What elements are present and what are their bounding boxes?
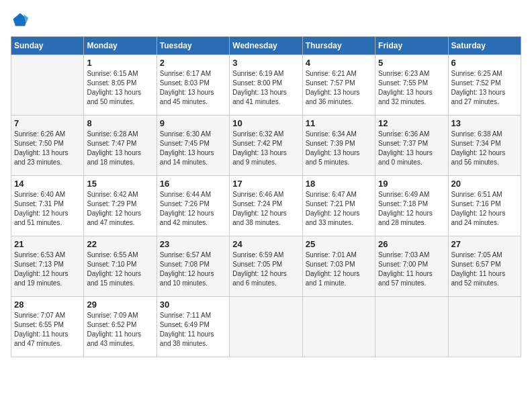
day-header-friday: Friday <box>375 37 448 55</box>
calendar-cell: 19Sunrise: 6:49 AMSunset: 7:18 PMDayligh… <box>375 176 448 236</box>
day-number: 10 <box>232 118 299 128</box>
day-info: Sunrise: 6:23 AMSunset: 7:55 PMDaylight:… <box>378 69 445 107</box>
day-number: 24 <box>232 239 299 249</box>
day-number: 29 <box>87 300 153 310</box>
calendar-cell: 22Sunrise: 6:55 AMSunset: 7:10 PMDayligh… <box>84 236 157 297</box>
day-info: Sunrise: 6:21 AMSunset: 7:57 PMDaylight:… <box>306 69 372 107</box>
days-header-row: SundayMondayTuesdayWednesdayThursdayFrid… <box>11 37 521 55</box>
day-info: Sunrise: 6:46 AMSunset: 7:24 PMDaylight:… <box>232 190 299 228</box>
day-number: 23 <box>160 239 226 249</box>
calendar-cell: 25Sunrise: 7:01 AMSunset: 7:03 PMDayligh… <box>302 236 375 297</box>
calendar-cell: 27Sunrise: 7:05 AMSunset: 6:57 PMDayligh… <box>448 236 521 297</box>
day-number: 20 <box>451 179 518 189</box>
calendar-cell <box>448 297 521 357</box>
day-info: Sunrise: 6:55 AMSunset: 7:10 PMDaylight:… <box>87 250 153 288</box>
day-number: 18 <box>306 179 372 189</box>
day-number: 11 <box>306 118 372 128</box>
calendar-week-row: 21Sunrise: 6:53 AMSunset: 7:13 PMDayligh… <box>11 236 521 297</box>
day-number: 30 <box>160 300 226 310</box>
day-info: Sunrise: 6:49 AMSunset: 7:18 PMDaylight:… <box>378 190 445 228</box>
calendar-cell: 21Sunrise: 6:53 AMSunset: 7:13 PMDayligh… <box>11 236 84 297</box>
calendar-cell: 9Sunrise: 6:30 AMSunset: 7:45 PMDaylight… <box>157 116 229 176</box>
calendar-cell: 16Sunrise: 6:44 AMSunset: 7:26 PMDayligh… <box>157 176 229 236</box>
day-info: Sunrise: 6:59 AMSunset: 7:05 PMDaylight:… <box>232 250 299 288</box>
day-info: Sunrise: 7:09 AMSunset: 6:52 PMDaylight:… <box>87 311 153 349</box>
day-info: Sunrise: 6:36 AMSunset: 7:37 PMDaylight:… <box>378 130 445 167</box>
calendar-cell: 15Sunrise: 6:42 AMSunset: 7:29 PMDayligh… <box>84 176 157 236</box>
calendar-cell <box>375 297 448 357</box>
day-info: Sunrise: 6:42 AMSunset: 7:29 PMDaylight:… <box>87 190 153 228</box>
day-info: Sunrise: 6:30 AMSunset: 7:45 PMDaylight:… <box>160 130 226 167</box>
day-number: 4 <box>306 58 372 68</box>
calendar-cell: 26Sunrise: 7:03 AMSunset: 7:00 PMDayligh… <box>375 236 448 297</box>
day-number: 27 <box>451 239 518 249</box>
calendar-cell <box>302 297 375 357</box>
day-number: 5 <box>378 58 445 68</box>
day-info: Sunrise: 6:38 AMSunset: 7:34 PMDaylight:… <box>451 130 518 167</box>
day-number: 21 <box>14 239 81 249</box>
calendar-cell: 2Sunrise: 6:17 AMSunset: 8:03 PMDaylight… <box>157 55 229 116</box>
day-number: 2 <box>160 58 226 68</box>
calendar-cell: 24Sunrise: 6:59 AMSunset: 7:05 PMDayligh… <box>230 236 302 297</box>
day-info: Sunrise: 6:47 AMSunset: 7:21 PMDaylight:… <box>306 190 372 228</box>
calendar-cell: 6Sunrise: 6:25 AMSunset: 7:52 PMDaylight… <box>448 55 521 116</box>
calendar-cell: 3Sunrise: 6:19 AMSunset: 8:00 PMDaylight… <box>230 55 302 116</box>
calendar-cell <box>230 297 302 357</box>
calendar-cell: 30Sunrise: 7:11 AMSunset: 6:49 PMDayligh… <box>157 297 229 357</box>
day-number: 8 <box>87 118 153 128</box>
day-number: 14 <box>14 179 81 189</box>
day-number: 19 <box>378 179 445 189</box>
day-info: Sunrise: 6:53 AMSunset: 7:13 PMDaylight:… <box>14 250 81 288</box>
calendar-cell: 23Sunrise: 6:57 AMSunset: 7:08 PMDayligh… <box>157 236 229 297</box>
day-number: 3 <box>232 58 299 68</box>
day-number: 6 <box>451 58 518 68</box>
calendar-cell <box>11 55 84 116</box>
calendar-cell: 11Sunrise: 6:34 AMSunset: 7:39 PMDayligh… <box>302 116 375 176</box>
day-number: 12 <box>378 118 445 128</box>
calendar-cell: 1Sunrise: 6:15 AMSunset: 8:05 PMDaylight… <box>84 55 157 116</box>
day-info: Sunrise: 7:07 AMSunset: 6:55 PMDaylight:… <box>14 311 81 349</box>
calendar-cell: 8Sunrise: 6:28 AMSunset: 7:47 PMDaylight… <box>84 116 157 176</box>
day-number: 25 <box>306 239 372 249</box>
calendar-cell: 17Sunrise: 6:46 AMSunset: 7:24 PMDayligh… <box>230 176 302 236</box>
day-info: Sunrise: 6:19 AMSunset: 8:00 PMDaylight:… <box>232 69 299 107</box>
day-info: Sunrise: 6:40 AMSunset: 7:31 PMDaylight:… <box>14 190 81 228</box>
day-number: 28 <box>14 300 81 310</box>
calendar-cell: 18Sunrise: 6:47 AMSunset: 7:21 PMDayligh… <box>302 176 375 236</box>
logo <box>11 11 32 30</box>
calendar-week-row: 14Sunrise: 6:40 AMSunset: 7:31 PMDayligh… <box>11 176 521 236</box>
day-info: Sunrise: 6:51 AMSunset: 7:16 PMDaylight:… <box>451 190 518 228</box>
day-number: 17 <box>232 179 299 189</box>
day-number: 9 <box>160 118 226 128</box>
day-info: Sunrise: 6:15 AMSunset: 8:05 PMDaylight:… <box>87 69 153 107</box>
day-header-sunday: Sunday <box>11 37 84 55</box>
day-header-wednesday: Wednesday <box>230 37 302 55</box>
day-info: Sunrise: 7:11 AMSunset: 6:49 PMDaylight:… <box>160 311 226 349</box>
calendar-cell: 10Sunrise: 6:32 AMSunset: 7:42 PMDayligh… <box>230 116 302 176</box>
day-header-tuesday: Tuesday <box>157 37 229 55</box>
day-number: 16 <box>160 179 226 189</box>
header <box>11 11 521 30</box>
day-number: 26 <box>378 239 445 249</box>
calendar-cell: 20Sunrise: 6:51 AMSunset: 7:16 PMDayligh… <box>448 176 521 236</box>
day-info: Sunrise: 6:57 AMSunset: 7:08 PMDaylight:… <box>160 250 226 288</box>
calendar-cell: 7Sunrise: 6:26 AMSunset: 7:50 PMDaylight… <box>11 116 84 176</box>
calendar-week-row: 1Sunrise: 6:15 AMSunset: 8:05 PMDaylight… <box>11 55 521 116</box>
calendar-week-row: 7Sunrise: 6:26 AMSunset: 7:50 PMDaylight… <box>11 116 521 176</box>
calendar-cell: 28Sunrise: 7:07 AMSunset: 6:55 PMDayligh… <box>11 297 84 357</box>
day-info: Sunrise: 6:17 AMSunset: 8:03 PMDaylight:… <box>160 69 226 107</box>
calendar-cell: 14Sunrise: 6:40 AMSunset: 7:31 PMDayligh… <box>11 176 84 236</box>
calendar-cell: 29Sunrise: 7:09 AMSunset: 6:52 PMDayligh… <box>84 297 157 357</box>
day-info: Sunrise: 6:26 AMSunset: 7:50 PMDaylight:… <box>14 130 81 167</box>
logo-icon <box>11 11 30 30</box>
calendar-table: SundayMondayTuesdayWednesdayThursdayFrid… <box>11 36 521 357</box>
calendar-week-row: 28Sunrise: 7:07 AMSunset: 6:55 PMDayligh… <box>11 297 521 357</box>
day-info: Sunrise: 7:01 AMSunset: 7:03 PMDaylight:… <box>306 250 372 288</box>
calendar-cell: 12Sunrise: 6:36 AMSunset: 7:37 PMDayligh… <box>375 116 448 176</box>
day-info: Sunrise: 6:34 AMSunset: 7:39 PMDaylight:… <box>306 130 372 167</box>
day-header-thursday: Thursday <box>302 37 375 55</box>
day-info: Sunrise: 6:44 AMSunset: 7:26 PMDaylight:… <box>160 190 226 228</box>
day-number: 7 <box>14 118 81 128</box>
day-header-monday: Monday <box>84 37 157 55</box>
day-number: 22 <box>87 239 153 249</box>
